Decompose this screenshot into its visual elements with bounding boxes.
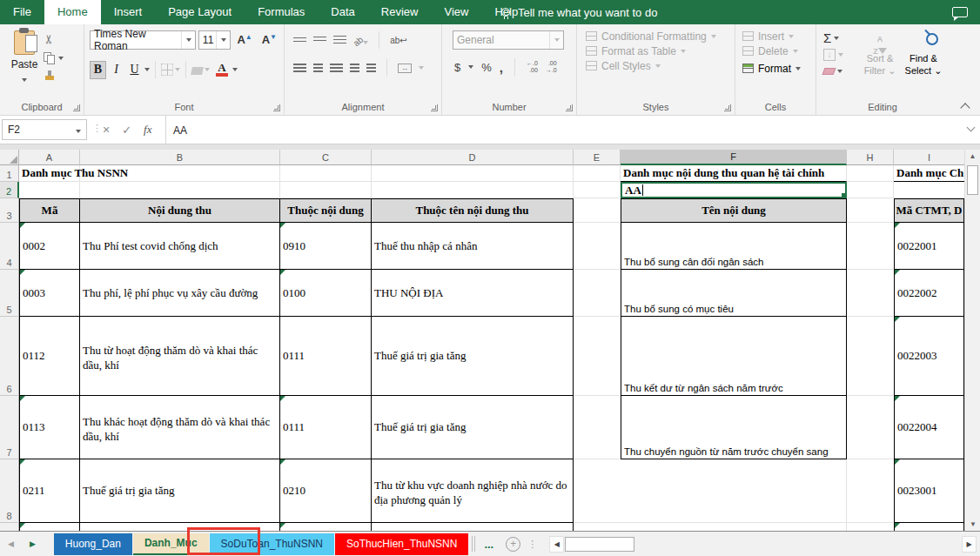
align-center-icon[interactable] (313, 64, 323, 72)
row-header-8[interactable]: 8 (0, 459, 19, 523)
sheet-tab-sothuchien[interactable]: SoThucHien_ThuNSNN (335, 533, 468, 555)
cell-d5[interactable]: THU NỘI ĐỊA (372, 270, 574, 317)
cell-a1[interactable]: Danh mục Thu NSNN (19, 165, 80, 182)
copy-dropdown[interactable] (58, 57, 64, 60)
font-dialog-launcher[interactable] (273, 104, 280, 111)
header-ma-ctmt[interactable]: Mã CTMT, D (894, 198, 964, 223)
hscroll-right-icon[interactable]: ▶ (962, 536, 977, 553)
name-box[interactable]: F2 (2, 119, 87, 140)
font-size-combo[interactable]: 11 (198, 30, 232, 50)
borders-icon[interactable] (161, 64, 173, 76)
cell-c6[interactable]: 0111 (280, 317, 372, 396)
alignment-dialog-launcher[interactable] (431, 104, 438, 111)
horizontal-scrollbar-thumb[interactable] (565, 537, 634, 552)
find-select-button[interactable]: Find & Select ⌄ (902, 29, 945, 99)
font-name-combo[interactable]: Times New Roman (90, 30, 196, 50)
align-right-icon[interactable] (330, 64, 343, 72)
styles-dialog-launcher[interactable] (724, 104, 731, 111)
font-color-button[interactable]: A (216, 63, 228, 77)
sheet-nav-left-icon[interactable]: ◀ (0, 539, 22, 548)
row-header-4[interactable]: 4 (0, 223, 19, 270)
hscroll-left-icon[interactable]: ◀ (549, 536, 564, 553)
active-cell-f2[interactable]: AA (621, 182, 847, 198)
scroll-up-icon[interactable]: ▲ (965, 150, 980, 164)
enter-icon[interactable]: ✓ (122, 124, 131, 137)
tab-formulas[interactable]: Formulas (245, 0, 318, 24)
cell-b8[interactable]: Thuế giá trị gia tăng (80, 459, 280, 523)
bold-button[interactable]: B (90, 61, 106, 79)
italic-button[interactable]: I (108, 61, 124, 79)
more-sheets-button[interactable]: ... (479, 538, 499, 551)
cell-f5[interactable]: Thu bổ sung có mục tiêu (621, 270, 847, 317)
expand-formula-bar-icon[interactable] (966, 124, 977, 131)
sheet-tab-danh-muc[interactable]: Danh_Muc (133, 533, 209, 555)
tab-insert[interactable]: Insert (101, 0, 156, 24)
cell-a7[interactable]: 0113 (19, 396, 80, 459)
column-header-f[interactable]: F (621, 150, 847, 165)
cell-d6[interactable]: Thuế giá trị gia tăng (372, 317, 574, 396)
insert-cells-button[interactable]: Insert (742, 29, 812, 44)
number-dialog-launcher[interactable] (566, 104, 573, 111)
cell-a4[interactable]: 0002 (19, 223, 80, 270)
comma-style-icon[interactable]: , (500, 60, 503, 75)
cell-f6[interactable]: Thu kết dư từ ngân sách năm trước (621, 317, 847, 396)
cell-a6[interactable]: 0112 (19, 317, 80, 396)
cell-i6[interactable]: 0022003 (894, 317, 964, 396)
tab-review[interactable]: Review (368, 0, 432, 24)
number-format-combo[interactable]: General (453, 30, 564, 50)
column-header-b[interactable]: B (80, 150, 280, 165)
cell-c8[interactable]: 0210 (280, 459, 372, 523)
tab-data[interactable]: Data (318, 0, 367, 24)
fill-color-dropdown[interactable] (205, 68, 210, 71)
decrease-indent-icon[interactable] (350, 64, 359, 72)
decrease-decimal-icon[interactable]: .00→.0 (546, 60, 557, 73)
cell-f7[interactable]: Thu chuyển nguồn từ năm trước chuyển san… (621, 396, 847, 459)
sort-filter-button[interactable]: AZ Sort & Filter ⌄ (858, 29, 902, 99)
name-box-dropdown[interactable] (76, 130, 81, 133)
header-noi-dung-thu[interactable]: Nội dung thu (80, 198, 280, 223)
scroll-down-icon[interactable]: ▼ (965, 519, 980, 531)
column-header-c[interactable]: C (280, 150, 372, 165)
vertical-scrollbar[interactable]: ▲ ▼ (964, 150, 980, 531)
cell-i7[interactable]: 0022004 (894, 396, 964, 459)
header-thuoc-noi-dung[interactable]: Thuộc nội dung (280, 198, 372, 223)
column-header-h[interactable]: H (847, 150, 894, 165)
sheet-tab-huong-dan[interactable]: Huong_Dan (54, 533, 132, 555)
cell-d7[interactable]: Thuế giá trị gia tăng (372, 396, 574, 459)
align-bottom-icon[interactable] (333, 36, 346, 44)
underline-dropdown[interactable] (144, 68, 150, 71)
autosum-button[interactable]: Σ (823, 30, 858, 45)
cell-f1[interactable]: Danh mục nội dung thu quan hệ tài chính (621, 165, 847, 182)
vertical-scrollbar-thumb[interactable] (967, 165, 978, 195)
row-header-5[interactable]: 5 (0, 270, 19, 317)
sheet-nav-right-icon[interactable]: ▶ (22, 539, 44, 548)
cell-d4[interactable]: Thuế thu nhập cá nhân (372, 223, 574, 270)
cell-styles-button[interactable]: Cell Styles (586, 58, 731, 73)
currency-icon[interactable]: $ (454, 61, 460, 74)
column-header-i[interactable]: I (894, 150, 964, 165)
increase-decimal-icon[interactable]: ←.0.00 (527, 60, 538, 73)
header-ten-noi-dung[interactable]: Tên nội dung (621, 198, 847, 223)
row-header-7[interactable]: 7 (0, 396, 19, 459)
select-all-button[interactable] (0, 150, 19, 165)
fill-button[interactable]: ↓ (823, 49, 858, 61)
paste-dropdown[interactable] (22, 78, 27, 82)
cell-i4[interactable]: 0022001 (894, 223, 964, 270)
percent-icon[interactable]: % (481, 61, 492, 74)
column-header-d[interactable]: D (372, 150, 574, 165)
tabbar-resizer[interactable]: ⋮ (527, 539, 537, 550)
borders-dropdown[interactable] (175, 68, 180, 71)
format-cells-button[interactable]: Format (742, 61, 812, 76)
align-middle-icon[interactable] (313, 37, 326, 44)
cancel-icon[interactable]: × (103, 123, 110, 137)
tell-me-box[interactable]: Tell me what you want to do (501, 0, 657, 24)
insert-function-icon[interactable]: fx (144, 123, 151, 137)
cell-d8[interactable]: Thu từ khu vực doanh nghiệp nhà nước do … (372, 459, 574, 523)
new-sheet-button[interactable]: + (506, 537, 520, 552)
row-header-1[interactable]: 1 (0, 165, 19, 182)
align-top-icon[interactable] (293, 37, 306, 43)
cell-b4[interactable]: Thu Phí test covid chống dịch (80, 223, 280, 270)
underline-button[interactable]: U (126, 61, 143, 79)
cell-i5[interactable]: 0022002 (894, 270, 964, 317)
header-ma[interactable]: Mã (19, 198, 80, 223)
